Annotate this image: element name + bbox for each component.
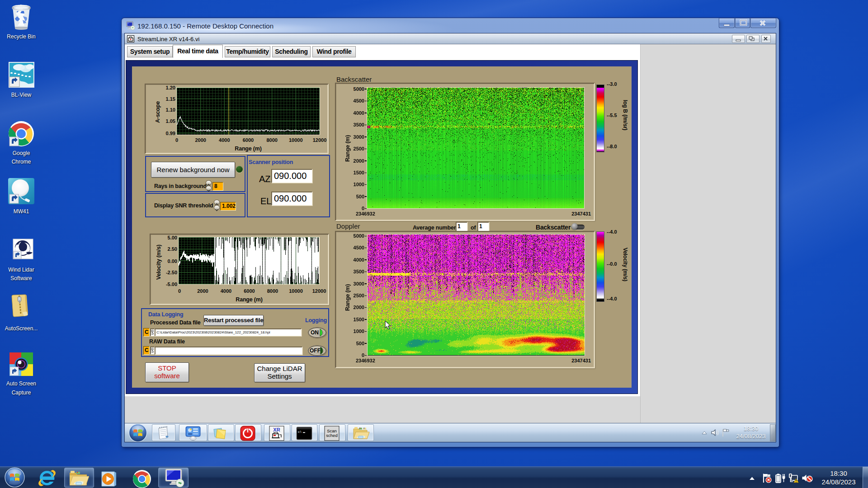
svg-text:sched: sched bbox=[326, 433, 337, 438]
svg-text:XR: XR bbox=[273, 427, 280, 432]
svg-text:c:\: c:\ bbox=[298, 430, 301, 433]
